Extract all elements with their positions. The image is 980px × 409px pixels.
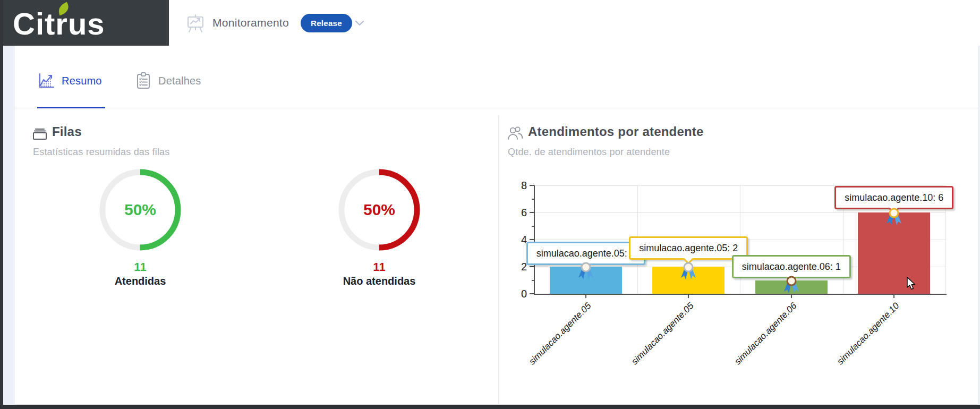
bar-tooltip: simulacao.agente.10: 6 [834,186,953,209]
x-axis-tick [893,295,894,298]
x-axis [534,294,947,295]
page-title: Monitoramento [212,16,289,29]
app-header: Citrus Monitoramento Release [0,0,980,46]
y-axis [534,185,535,295]
chevron-down-icon[interactable] [355,20,364,26]
citrus-logo[interactable]: Citrus [0,0,169,46]
y-tick-label: 6 [509,206,527,219]
x-axis-label: simulacao.agente.10 [815,301,902,387]
x-axis-tick [585,295,586,298]
medal-marker-icon [782,276,800,297]
release-badge[interactable]: Release [301,14,352,32]
medal-marker-icon [679,262,697,283]
y-tick-label: 8 [509,179,527,192]
mouse-cursor-icon [906,277,917,291]
window-left-edge [0,0,3,409]
x-axis-label: simulacao.agente.05 [610,301,696,387]
content-card: Resumo Detalhes Filas Estatísticas resum [15,46,978,405]
x-axis-label: simulacao.agente.05 [507,301,593,387]
medal-marker-icon [885,208,903,229]
bar-tooltip: simulacao.agente.05: 2 [629,236,748,260]
y-tick-label: 2 [509,260,527,273]
bar-tooltip: simulacao.agente.06: 1 [732,255,851,278]
bar-chart: 02468simulacao.agente.05simulacao.agente… [15,46,978,405]
x-axis-label: simulacao.agente.06 [712,301,799,387]
medal-marker-icon [577,262,595,283]
y-tick-label: 4 [509,233,527,246]
y-tick-label: 0 [509,287,527,300]
x-axis-tick [688,295,689,298]
presentation-chart-icon [186,14,205,34]
window-bottom-edge [0,405,980,409]
